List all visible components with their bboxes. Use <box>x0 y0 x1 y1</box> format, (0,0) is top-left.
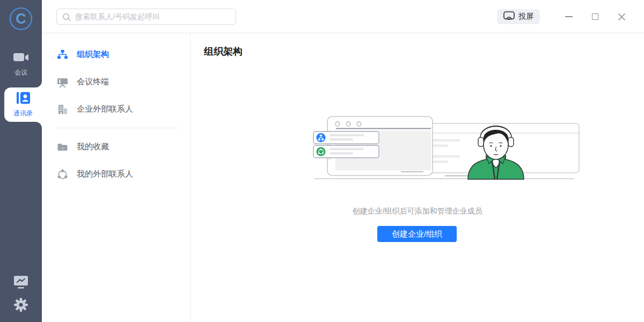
cast-screen-label: 投屏 <box>518 12 533 21</box>
cast-screen-button[interactable]: 投屏 <box>497 9 540 24</box>
close-button[interactable] <box>617 12 626 21</box>
svg-text:☆: ☆ <box>61 145 64 150</box>
settings-button[interactable] <box>0 297 42 314</box>
stats-button[interactable] <box>0 275 42 292</box>
nav-item-my-external-contacts[interactable]: 我的外部联系人 <box>42 160 190 188</box>
minimize-button[interactable] <box>565 12 573 21</box>
search-box <box>56 9 236 25</box>
nav-item-meeting-terminal[interactable]: 会议终端 <box>42 68 190 96</box>
window-controls <box>565 0 626 33</box>
nav-divider <box>56 128 179 128</box>
buildings-icon <box>56 104 68 115</box>
org-chart-icon <box>56 49 68 60</box>
nav-item-label: 我的外部联系人 <box>77 169 133 179</box>
gear-icon <box>13 297 28 314</box>
search-icon <box>62 13 71 21</box>
folder-star-icon: ☆ <box>56 142 68 152</box>
nav-item-org-structure[interactable]: 组织架构 <box>42 41 190 68</box>
network-circle-icon <box>56 169 68 180</box>
empty-state-hint: 创建企业/组织后可添加和管理企业成员 <box>191 207 644 216</box>
top-bar: 投屏 <box>42 0 644 33</box>
close-icon <box>618 13 626 21</box>
monitor-chart-icon <box>13 275 29 292</box>
app-logo-icon: C <box>8 5 34 32</box>
tab-fillet <box>35 81 42 87</box>
minimize-icon <box>565 16 573 17</box>
maximize-icon <box>592 13 598 20</box>
screen-cast-icon <box>503 11 515 22</box>
nav-item-label: 组织架构 <box>77 49 109 60</box>
page-title: 组织架构 <box>204 45 243 58</box>
app-window: C 会议 通讯录 <box>0 0 644 322</box>
search-input[interactable] <box>75 9 233 24</box>
sidebar-item-contacts[interactable]: 通讯录 <box>4 87 42 122</box>
tab-fillet <box>35 122 42 128</box>
nav-item-label: 企业外部联系人 <box>77 104 133 114</box>
sidebar-item-label: 会议 <box>14 68 27 77</box>
svg-text:C: C <box>16 11 26 27</box>
nav-item-external-company-contacts[interactable]: 企业外部联系人 <box>42 96 190 123</box>
video-camera-icon <box>13 52 29 65</box>
nav-item-label: 会议终端 <box>77 77 109 87</box>
address-book-icon <box>16 91 31 107</box>
main-content: 组织架构 <box>191 33 644 322</box>
sidebar-item-meeting[interactable]: 会议 <box>0 52 42 77</box>
contacts-nav-panel: 组织架构 会议终端 企业外部联系人 <box>42 33 191 322</box>
empty-state-illustration <box>307 107 582 182</box>
maximize-button[interactable] <box>591 12 599 21</box>
whiteboard-icon <box>56 77 68 87</box>
sidebar-item-label: 通讯录 <box>13 109 33 118</box>
nav-item-my-favorites[interactable]: ☆ 我的收藏 <box>42 133 190 160</box>
nav-item-label: 我的收藏 <box>77 142 109 152</box>
primary-sidebar: C 会议 通讯录 <box>0 0 42 322</box>
create-org-button[interactable]: 创建企业/组织 <box>377 226 457 242</box>
